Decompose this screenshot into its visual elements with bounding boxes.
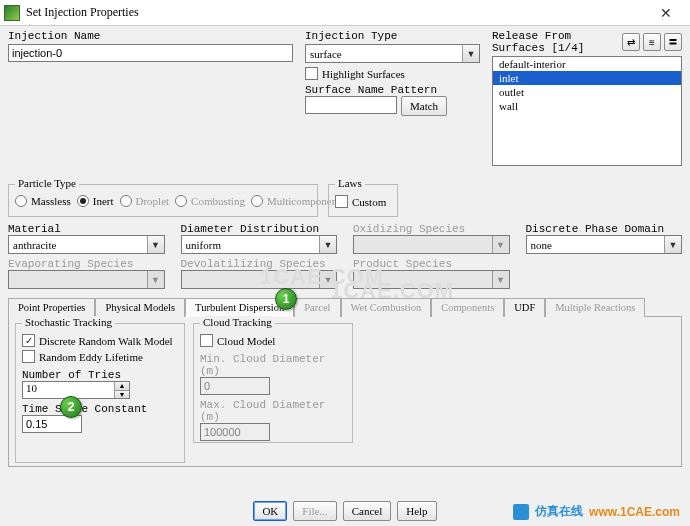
toggle-icon: ⇄ [627, 37, 635, 48]
checkbox-icon [305, 67, 318, 80]
surfaces-deselect-button[interactable]: 〓 [664, 33, 682, 51]
product-species-label: Product Species [353, 258, 510, 270]
cloud-group-label: Cloud Tracking [200, 316, 275, 328]
list-item[interactable]: default-interior [493, 57, 681, 71]
tab-multiple-reactions: Multiple Reactions [545, 298, 645, 317]
chevron-down-icon: ▼ [147, 236, 164, 253]
checkbox-icon [335, 195, 348, 208]
radio-inert[interactable]: Inert [77, 195, 114, 207]
spinner-down-icon[interactable]: ▼ [114, 391, 129, 399]
injection-type-label: Injection Type [305, 30, 480, 42]
devolatilizing-species-select: ▼ [181, 270, 338, 289]
min-cloud-diameter-label: Min. Cloud Diameter (m) [200, 353, 346, 377]
help-button[interactable]: Help [397, 501, 436, 521]
checkbox-icon: ✓ [22, 334, 35, 347]
deselect-icon: 〓 [668, 35, 678, 49]
surface-name-pattern-label: Surface Name Pattern [305, 84, 480, 96]
discrete-phase-domain-label: Discrete Phase Domain [526, 223, 683, 235]
window-close-button[interactable]: ✕ [646, 0, 686, 26]
release-from-listbox[interactable]: default-interior inlet outlet wall [492, 56, 682, 166]
evaporating-species-label: Evaporating Species [8, 258, 165, 270]
injection-type-select[interactable]: surface ▼ [305, 44, 480, 63]
radio-multicomponent[interactable]: Multicomponent [251, 195, 340, 207]
surface-name-pattern-input[interactable] [305, 96, 397, 114]
dialog-footer: OK File... Cancel Help [0, 496, 690, 526]
laws-custom-checkbox[interactable]: Custom [335, 195, 386, 208]
tabs: Point Properties Physical Models Turbule… [8, 297, 682, 317]
max-cloud-diameter-label: Max. Cloud Diameter (m) [200, 399, 346, 423]
radio-combusting[interactable]: Combusting [175, 195, 245, 207]
chevron-down-icon: ▼ [664, 236, 681, 253]
product-species-select: ▼ [353, 270, 510, 289]
drwm-checkbox[interactable]: ✓ Discrete Random Walk Model [22, 334, 173, 347]
list-item[interactable]: wall [493, 99, 681, 113]
material-select[interactable]: anthracite ▼ [8, 235, 165, 254]
number-of-tries-label: Number of Tries [22, 369, 178, 381]
titlebar: Set Injection Properties ✕ [0, 0, 690, 26]
injection-name-input[interactable] [8, 44, 293, 62]
tab-wet-combustion: Wet Combustion [341, 298, 432, 317]
chevron-down-icon: ▼ [462, 45, 479, 62]
cancel-button[interactable]: Cancel [343, 501, 392, 521]
discrete-phase-domain-select[interactable]: none ▼ [526, 235, 683, 254]
random-eddy-lifetime-checkbox[interactable]: Random Eddy Lifetime [22, 350, 143, 363]
max-cloud-diameter-input [200, 423, 270, 441]
cloud-model-checkbox[interactable]: Cloud Model [200, 334, 275, 347]
oxidizing-species-select: ▼ [353, 235, 510, 254]
tab-point-properties[interactable]: Point Properties [8, 298, 95, 317]
spinner-up-icon[interactable]: ▲ [114, 382, 129, 391]
tab-parcel: Parcel [294, 298, 340, 317]
highlight-surfaces-checkbox[interactable]: Highlight Surfaces [305, 67, 480, 80]
surfaces-toggle-button[interactable]: ⇄ [622, 33, 640, 51]
injection-name-label: Injection Name [8, 30, 293, 42]
min-cloud-diameter-input [200, 377, 270, 395]
devolatilizing-species-label: Devolatilizing Species [181, 258, 338, 270]
chevron-down-icon: ▼ [319, 236, 336, 253]
number-of-tries-spinner[interactable]: 10 ▲▼ [22, 381, 130, 399]
time-scale-constant-input[interactable] [22, 415, 82, 433]
particle-type-group-label: Particle Type [15, 177, 79, 189]
tab-physical-models[interactable]: Physical Models [95, 298, 185, 317]
list-item[interactable]: inlet [493, 71, 681, 85]
tab-udf[interactable]: UDF [504, 298, 545, 317]
file-button[interactable]: File... [293, 501, 336, 521]
checkbox-icon [22, 350, 35, 363]
time-scale-constant-label: Time Scale Constant [22, 403, 178, 415]
tab-turbulent-dispersion[interactable]: Turbulent Dispersion [185, 298, 294, 317]
chevron-down-icon: ▼ [492, 236, 509, 253]
tab-components: Components [431, 298, 504, 317]
app-icon [4, 5, 20, 21]
surfaces-select-all-button[interactable]: ≡ [643, 33, 661, 51]
oxidizing-species-label: Oxidizing Species [353, 223, 510, 235]
stochastic-group-label: Stochastic Tracking [22, 316, 115, 328]
dialog-content: Injection Name Injection Type surface ▼ … [0, 26, 690, 496]
match-button[interactable]: Match [401, 96, 447, 116]
select-all-icon: ≡ [649, 37, 655, 48]
list-item[interactable]: outlet [493, 85, 681, 99]
checkbox-icon [200, 334, 213, 347]
diameter-distribution-label: Diameter Distribution [181, 223, 338, 235]
radio-droplet[interactable]: Droplet [120, 195, 170, 207]
radio-massless[interactable]: Massless [15, 195, 71, 207]
material-label: Material [8, 223, 165, 235]
tab-panel-turbulent-dispersion: Stochastic Tracking ✓ Discrete Random Wa… [8, 317, 682, 467]
ok-button[interactable]: OK [253, 501, 287, 521]
release-from-label: Release From Surfaces [1/4] [492, 30, 622, 54]
window-title: Set Injection Properties [26, 5, 646, 20]
diameter-distribution-select[interactable]: uniform ▼ [181, 235, 338, 254]
laws-group-label: Laws [335, 177, 365, 189]
evaporating-species-select: ▼ [8, 270, 165, 289]
